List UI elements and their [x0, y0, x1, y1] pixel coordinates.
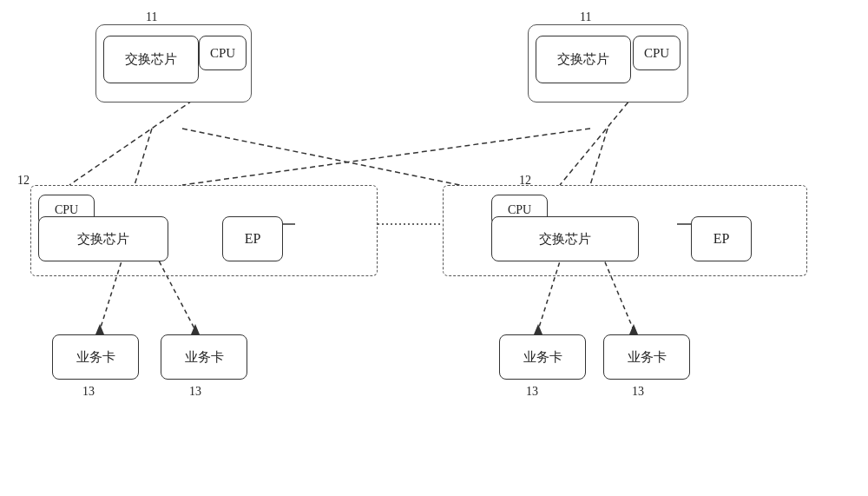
top-left-group: 交换芯片 CPU — [95, 24, 252, 103]
right-ep: EP — [691, 216, 752, 261]
right-dashed-container: CPU 交换芯片 EP — [443, 185, 807, 276]
label-13-right-2: 13 — [632, 385, 644, 399]
svg-line-1 — [182, 129, 460, 185]
svg-marker-11 — [534, 324, 542, 334]
svg-line-0 — [135, 129, 152, 185]
top-right-switch-chip: 交换芯片 — [536, 36, 631, 83]
left-ep: EP — [222, 216, 283, 261]
label-13-right-1: 13 — [526, 385, 538, 399]
left-dashed-container: CPU 交换芯片 EP — [30, 185, 378, 276]
label-13-left-1: 13 — [82, 385, 95, 399]
svg-marker-7 — [95, 324, 104, 334]
top-right-group: 交换芯片 CPU — [528, 24, 688, 103]
right-service-card-1: 业务卡 — [499, 334, 586, 380]
left-service-card-2: 业务卡 — [161, 334, 247, 380]
svg-line-15 — [69, 96, 200, 185]
top-left-cpu: CPU — [199, 36, 247, 70]
right-service-card-2: 业务卡 — [603, 334, 690, 380]
label-12-left: 12 — [17, 174, 30, 188]
top-left-switch-chip: 交换芯片 — [103, 36, 199, 83]
label-11-right: 11 — [580, 10, 591, 24]
label-11-left: 11 — [146, 10, 157, 24]
left-inner-switch-chip: 交换芯片 — [38, 216, 168, 261]
right-inner-switch-chip: 交换芯片 — [491, 216, 639, 261]
svg-line-16 — [560, 96, 634, 185]
svg-marker-13 — [629, 324, 638, 334]
diagram: 11 交换芯片 CPU 11 交换芯片 CPU 12 CPU 交换芯片 — [0, 0, 868, 496]
top-right-cpu: CPU — [633, 36, 681, 70]
svg-line-3 — [590, 129, 608, 185]
svg-marker-9 — [191, 324, 200, 334]
left-service-card-1: 业务卡 — [52, 334, 139, 380]
label-13-left-2: 13 — [189, 385, 201, 399]
